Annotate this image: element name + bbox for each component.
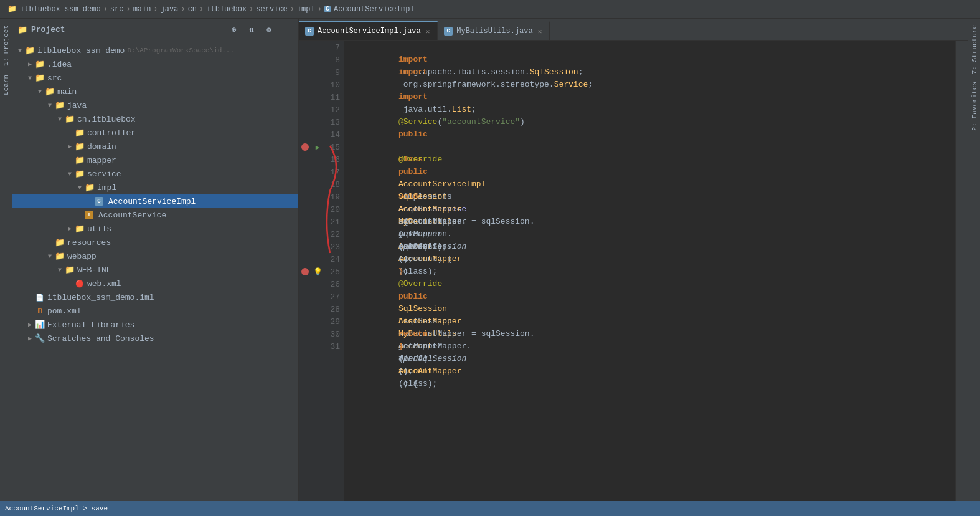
- linenum-19: 19: [324, 193, 344, 202]
- tab-icon-account-service-impl: C: [305, 27, 314, 36]
- tree-label-java: java: [67, 101, 87, 110]
- linenum-16: 16: [324, 155, 344, 165]
- linenum-27: 27: [324, 292, 344, 302]
- tree-item-external-libs[interactable]: ▶ 📊 External Libraries: [12, 318, 298, 332]
- code-view[interactable]: 7 8 9 10: [299, 41, 968, 501]
- linenum-17: 17: [324, 168, 344, 177]
- external-libs-icon: 📊: [35, 320, 45, 330]
- tree-item-idea[interactable]: ▶ 📁 .idea: [12, 57, 298, 71]
- gutter-line-26: 26: [299, 278, 344, 290]
- learn-panel-label[interactable]: Learn: [0, 71, 12, 99]
- gutter-line-10: 10: [299, 79, 344, 91]
- breadcrumb-src[interactable]: src: [110, 5, 124, 14]
- scrollbar-track[interactable]: [955, 41, 968, 501]
- tree-item-scratches[interactable]: ▶ 🔧 Scratches and Consoles: [12, 332, 298, 345]
- gutter-line-12: 12: [299, 103, 344, 116]
- tree-item-web-xml[interactable]: ▶ 🔴 web.xml: [12, 277, 298, 290]
- tree-item-resources[interactable]: ▶ 📁 resources: [12, 236, 298, 249]
- linenum-21: 21: [324, 217, 344, 227]
- settings-btn[interactable]: ⚙: [262, 23, 276, 37]
- breadcrumb-project-icon: 📁: [7, 4, 17, 14]
- cn-folder-icon: 📁: [65, 114, 75, 124]
- tree-item-webapp[interactable]: ▼ 📁 webapp: [12, 249, 298, 263]
- tree-arrow-src: ▼: [25, 73, 35, 83]
- add-project-btn[interactable]: ⊕: [227, 23, 241, 37]
- tree-label-resources: resources: [67, 238, 111, 247]
- tree-item-domain[interactable]: ▶ 📁 domain: [12, 140, 298, 153]
- tree-arrow-root: ▼: [15, 45, 25, 55]
- breadcrumb-service[interactable]: service: [256, 5, 287, 14]
- service-folder-icon: 📁: [75, 169, 85, 179]
- code-line-23: }: [350, 241, 949, 253]
- tree-item-pom[interactable]: ▶ m pom.xml: [12, 304, 298, 318]
- breadcrumb-class-icon: C: [324, 6, 331, 12]
- linenum-12: 12: [324, 105, 344, 115]
- breadcrumb-classname[interactable]: AccountServiceImpl: [334, 5, 415, 14]
- linenum-28: 28: [324, 305, 344, 314]
- linenum-11: 11: [324, 93, 344, 102]
- tree-item-root[interactable]: ▼ 📁 itbluebox_ssm_demo D:\AProgramWorkSp…: [12, 44, 298, 57]
- gutter-line-22: 22: [299, 228, 344, 241]
- breadcrumb-cn[interactable]: cn: [188, 5, 197, 14]
- linenum-20: 20: [324, 205, 344, 214]
- tree-item-iml[interactable]: ▶ 📄 itbluebox_ssm_demo.iml: [12, 290, 298, 304]
- gutter-line-24: 24: [299, 253, 344, 265]
- tree-item-src[interactable]: ▼ 📁 src: [12, 71, 298, 85]
- minimize-btn[interactable]: −: [280, 23, 293, 37]
- breadcrumb-main[interactable]: main: [133, 5, 151, 14]
- tab-mybatis-utils[interactable]: C MyBatisUtils.java ✕: [438, 21, 550, 40]
- linenum-31: 31: [324, 342, 344, 351]
- tree-item-java[interactable]: ▼ 📁 java: [12, 98, 298, 112]
- favorites-label[interactable]: 2: Favorites: [968, 78, 981, 135]
- tree-item-main[interactable]: ▼ 📁 main: [12, 85, 298, 98]
- breadcrumb-itbluebox[interactable]: itbluebox: [206, 5, 247, 14]
- tab-account-service-impl[interactable]: C AccountServiceImpl.java ✕: [299, 21, 438, 40]
- gutter-line-23: 23: [299, 241, 344, 253]
- controller-folder-icon: 📁: [75, 128, 85, 138]
- tab-close-mybatis-utils[interactable]: ✕: [537, 27, 544, 36]
- tab-close-account-service-impl[interactable]: ✕: [425, 27, 431, 36]
- tree-item-account-service-impl[interactable]: ▶ C AccountServiceImpl: [12, 194, 298, 208]
- tab-label-mybatis-utils: MyBatisUtils.java: [456, 27, 532, 36]
- structure-label[interactable]: 7: Structure: [968, 21, 981, 78]
- tree-item-impl[interactable]: ▼ 📁 impl: [12, 181, 298, 194]
- code-line-24: @Override: [350, 253, 949, 265]
- java-folder-icon: 📁: [55, 100, 65, 110]
- code-content[interactable]: import org.apache.ibatis.session.SqlSess…: [344, 41, 955, 501]
- tree-item-service[interactable]: ▼ 📁 service: [12, 167, 298, 181]
- code-line-10: import java.util.List;: [350, 79, 949, 91]
- tree-item-web-inf[interactable]: ▼ 📁 WEB-INF: [12, 263, 298, 277]
- breakpoint-dot-25: [301, 268, 309, 275]
- tree-item-mapper[interactable]: ▶ 📁 mapper: [12, 153, 298, 167]
- breadcrumb: 📁 itbluebox_ssm_demo › src › main › java…: [0, 0, 980, 19]
- linenum-24: 24: [324, 255, 344, 264]
- tree-item-account-service[interactable]: ▶ I AccountService: [12, 208, 298, 222]
- project-panel-label[interactable]: 1: Project: [0, 21, 12, 70]
- layout-btn[interactable]: ⇅: [245, 23, 258, 37]
- tree-arrow-domain: ▶: [65, 141, 75, 151]
- code-line-20: sqlSession. commit ();: [350, 203, 949, 216]
- tree-item-utils[interactable]: ▶ 📁 utils: [12, 222, 298, 236]
- breadcrumb-project[interactable]: itbluebox_ssm_demo: [20, 5, 101, 14]
- bottom-bar-text: AccountServiceImpl > save: [5, 505, 108, 512]
- breadcrumb-java[interactable]: java: [161, 5, 179, 14]
- scratches-icon: 🔧: [35, 333, 45, 343]
- gutter-line-13: 13: [299, 116, 344, 128]
- code-line-19: accountMapper. save (account);: [350, 191, 949, 203]
- tree-item-controller[interactable]: ▶ 📁 controller: [12, 126, 298, 140]
- linenum-10: 10: [324, 80, 344, 90]
- tree-label-scratches: Scratches and Consoles: [47, 334, 154, 343]
- breadcrumb-impl[interactable]: impl: [297, 5, 315, 14]
- gutter-line-9: 9: [299, 66, 344, 79]
- resources-folder-icon: 📁: [55, 237, 65, 247]
- gutter-line-30: 30: [299, 328, 344, 340]
- tree-item-cn-itbluebox[interactable]: ▼ 📁 cn.itbluebox: [12, 112, 298, 126]
- tree-arrow-cn-itbluebox: ▼: [55, 114, 65, 124]
- linenum-30: 30: [324, 330, 344, 339]
- tree-arrow-web-inf: ▼: [55, 265, 65, 275]
- linenum-9: 9: [324, 68, 344, 77]
- gutter-line-29: 29: [299, 315, 344, 328]
- gutter-line-20: 20: [299, 203, 344, 216]
- code-line-17: SqlSession sqlSession = MyBatisUtils . o…: [350, 166, 949, 178]
- utils-folder-icon: 📁: [75, 224, 85, 234]
